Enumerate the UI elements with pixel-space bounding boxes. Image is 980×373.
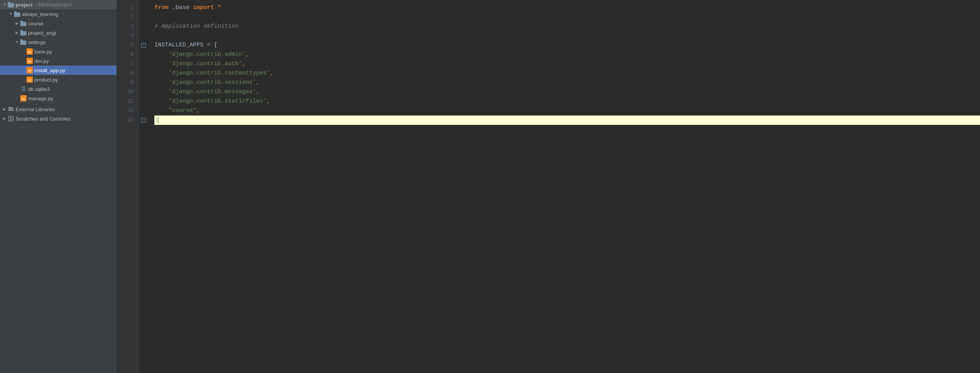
var-installed-apps: INSTALLED_APPS bbox=[154, 41, 203, 50]
svg-rect-8 bbox=[20, 41, 27, 45]
line-num-8: 8 bbox=[117, 69, 138, 78]
text-cursor bbox=[158, 117, 159, 124]
always-learning-label: always_learning bbox=[22, 11, 58, 17]
base-py-item[interactable]: py base.py bbox=[0, 47, 117, 56]
fold-open-marker[interactable]: − bbox=[141, 43, 146, 48]
dev-py-icon: py bbox=[27, 58, 33, 64]
line-num-13: 13 bbox=[117, 115, 138, 125]
course-item[interactable]: course bbox=[0, 19, 117, 28]
external-libraries-label: External Libraries bbox=[16, 107, 55, 112]
comma-8: , bbox=[270, 69, 274, 78]
kw-import: import bbox=[193, 3, 214, 12]
always-learning-item[interactable]: always_learning bbox=[0, 9, 117, 19]
course-label: course bbox=[28, 21, 43, 27]
scratches-consoles-label: Scratches and Consoles bbox=[16, 116, 71, 122]
indent-11 bbox=[154, 97, 168, 106]
project-path: ~/Desktop/project bbox=[35, 2, 71, 7]
product-py-label: product.py bbox=[34, 77, 58, 83]
comma-9: , bbox=[256, 78, 260, 87]
indent-12 bbox=[154, 106, 168, 115]
bracket-close: ] bbox=[154, 115, 158, 125]
code-container[interactable]: 1 2 3 4 5 6 7 8 9 10 11 12 13 − bbox=[117, 0, 980, 373]
dev-py-spacer bbox=[20, 58, 27, 64]
project-root-item[interactable]: project ~/Desktop/project bbox=[0, 0, 117, 9]
svg-rect-10 bbox=[8, 108, 14, 108]
manage-py-icon: py bbox=[20, 95, 27, 101]
dev-py-item[interactable]: py dev.py bbox=[0, 56, 117, 66]
code-line-3: # Application definition bbox=[154, 22, 980, 31]
code-line-10: 'django.contrib.messages' , bbox=[154, 87, 980, 97]
code-line-2 bbox=[154, 12, 980, 22]
line-num-4: 4 bbox=[117, 31, 138, 41]
gutter-9 bbox=[139, 78, 148, 87]
indent-9 bbox=[154, 78, 168, 87]
db-spacer bbox=[14, 86, 20, 92]
string-messages: 'django.contrib.messages' bbox=[168, 87, 256, 97]
course-folder-icon bbox=[20, 21, 27, 26]
comma-11: , bbox=[267, 97, 270, 106]
scratches-consoles-item[interactable]: Scratches and Consoles bbox=[0, 114, 117, 123]
code-line-12: "course" , bbox=[154, 106, 980, 115]
comma-6: , bbox=[246, 50, 249, 59]
line-num-10: 10 bbox=[117, 87, 138, 97]
scratches-consoles-icon bbox=[8, 115, 14, 122]
string-course: "course" bbox=[168, 106, 196, 115]
external-libraries-arrow bbox=[2, 106, 8, 112]
project-wsgi-folder-icon bbox=[20, 30, 27, 36]
db-sqlite3-item[interactable]: 🗄 db.sqlite3 bbox=[0, 84, 117, 94]
code-line-4 bbox=[154, 31, 980, 41]
svg-rect-2 bbox=[14, 12, 20, 17]
project-wsgi-item[interactable]: project_wsgi bbox=[0, 28, 117, 37]
svg-rect-4 bbox=[20, 22, 27, 26]
gutter-2 bbox=[139, 12, 148, 22]
svg-rect-0 bbox=[8, 3, 14, 7]
db-sqlite3-label: db.sqlite3 bbox=[28, 86, 50, 92]
product-py-item[interactable]: py product.py bbox=[0, 75, 117, 84]
code-line-9: 'django.contrib.sessions' , bbox=[154, 78, 980, 87]
base-py-label: base.py bbox=[34, 49, 52, 55]
gutter-12 bbox=[139, 106, 148, 115]
gutter: − − bbox=[139, 0, 148, 373]
svg-rect-6 bbox=[20, 31, 27, 36]
fold-close-marker[interactable]: − bbox=[141, 118, 146, 123]
comment-app-def: # Application definition bbox=[154, 22, 239, 31]
project-folder-icon bbox=[8, 2, 14, 7]
svg-rect-7 bbox=[20, 30, 23, 32]
bracket-open: [ bbox=[214, 41, 218, 50]
line-numbers: 1 2 3 4 5 6 7 8 9 10 11 12 13 bbox=[117, 0, 139, 373]
install-app-py-spacer bbox=[20, 67, 27, 73]
line-num-5: 5 bbox=[117, 41, 138, 50]
code-line-8: 'django.contrib.contenttypes' , bbox=[154, 69, 980, 78]
svg-rect-5 bbox=[20, 21, 23, 22]
manage-py-label: manage.py bbox=[28, 96, 53, 101]
string-staticfiles: 'django.contrib.staticfiles' bbox=[168, 97, 267, 106]
svg-rect-11 bbox=[8, 109, 14, 110]
settings-folder-icon bbox=[20, 39, 27, 45]
line-num-1: 1 bbox=[117, 3, 138, 12]
svg-rect-9 bbox=[20, 39, 23, 41]
product-py-spacer bbox=[20, 76, 27, 83]
project-wsgi-arrow bbox=[14, 30, 20, 36]
gutter-6 bbox=[139, 50, 148, 59]
manage-py-item[interactable]: py manage.py bbox=[0, 94, 117, 103]
string-contenttypes: 'django.contrib.contenttypes' bbox=[168, 69, 270, 78]
settings-item[interactable]: settings bbox=[0, 37, 117, 47]
project-root-arrow bbox=[2, 2, 8, 8]
line-num-6: 6 bbox=[117, 50, 138, 59]
gutter-1 bbox=[139, 3, 148, 12]
external-libraries-item[interactable]: External Libraries bbox=[0, 105, 117, 114]
course-arrow bbox=[14, 20, 20, 27]
install-app-py-item[interactable]: py install_app.py bbox=[0, 66, 117, 75]
line-num-3: 3 bbox=[117, 22, 138, 31]
code-editor[interactable]: from .base import * # Application defini… bbox=[148, 0, 980, 373]
code-line-13: ] bbox=[154, 115, 980, 125]
string-sessions: 'django.contrib.sessions' bbox=[168, 78, 256, 87]
always-learning-arrow bbox=[8, 11, 14, 17]
string-auth: 'django.contrib.auth' bbox=[168, 59, 242, 69]
line-num-11: 11 bbox=[117, 97, 138, 106]
gutter-3 bbox=[139, 22, 148, 31]
base-py-icon: py bbox=[27, 48, 33, 55]
kw-star: * bbox=[214, 3, 221, 12]
indent-10 bbox=[154, 87, 168, 97]
dot-base: .base bbox=[168, 3, 193, 12]
